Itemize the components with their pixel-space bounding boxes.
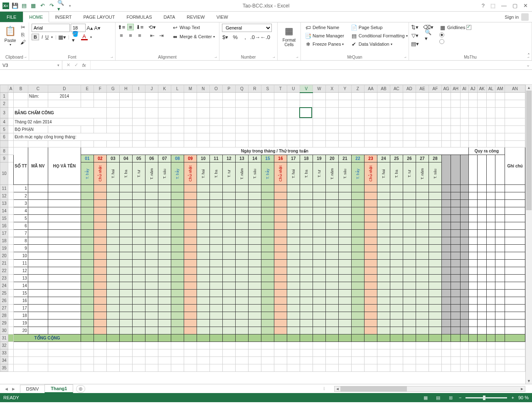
horizontal-scrollbar[interactable]: ◄ ► <box>334 386 525 392</box>
minimize-icon[interactable]: — <box>501 2 507 9</box>
col-header[interactable]: F <box>94 85 106 93</box>
help-icon[interactable]: ? <box>482 2 485 9</box>
radio-opt[interactable] <box>438 39 473 44</box>
indent-inc-icon[interactable]: ⇥ <box>158 32 165 39</box>
col-header[interactable]: Y <box>338 85 351 93</box>
worksheet-grid[interactable]: ABCDEFGHIJKLMNOPQRSTUVWXYZAAABACADAEAFAG… <box>0 85 532 384</box>
col-header[interactable]: D <box>48 85 81 93</box>
font-name-select[interactable] <box>32 24 70 32</box>
ribbon-opts-icon[interactable]: ⬚ <box>490 2 495 9</box>
col-header[interactable]: Q <box>235 85 248 93</box>
fill-color-icon[interactable]: 🪣▾ <box>72 34 79 40</box>
col-header[interactable]: AC <box>390 85 403 93</box>
col-header[interactable]: N <box>197 85 209 93</box>
add-sheet-button[interactable]: ⊕ <box>76 385 85 393</box>
expand-formula-icon[interactable]: ⌄ <box>524 61 532 69</box>
col-header[interactable]: U <box>287 85 300 93</box>
col-header[interactable]: AJ <box>468 85 477 93</box>
col-header[interactable]: AL <box>486 85 495 93</box>
collapse-ribbon-icon[interactable]: ˄ <box>527 53 530 59</box>
redo-icon[interactable]: ↷ <box>48 2 55 9</box>
scroll-thumb[interactable] <box>526 91 532 210</box>
sheet-tab[interactable]: DSNV <box>20 385 45 393</box>
align-center-icon[interactable]: ≡ <box>127 32 134 39</box>
page-setup-button[interactable]: 📄Page Setup <box>350 24 409 31</box>
cond-format-button[interactable]: ▤Conditional Formatting ▾ <box>350 32 409 39</box>
normal-view-icon[interactable]: ▦ <box>421 394 430 401</box>
col-header[interactable]: AB <box>377 85 390 93</box>
filter-icon[interactable]: ▽▾ <box>411 32 418 39</box>
col-header[interactable]: W <box>313 85 325 93</box>
col-header[interactable]: I <box>132 85 145 93</box>
col-header[interactable]: C <box>28 85 48 93</box>
comma-icon[interactable]: , <box>242 34 249 40</box>
close-icon[interactable]: ✕ <box>523 2 528 9</box>
scroll-down-icon[interactable]: ▼ <box>526 378 532 384</box>
col-header[interactable]: T <box>274 85 287 93</box>
fx-icon[interactable]: fx <box>82 63 86 68</box>
scroll-right-icon[interactable]: ► <box>519 386 525 391</box>
qat-btn[interactable]: ▦ <box>30 2 37 9</box>
col-header[interactable]: H <box>119 85 132 93</box>
freeze-panes-button[interactable]: ❄Freeze Panes ▾ <box>303 40 345 48</box>
gridlines-toggle[interactable]: ▦Gridlines <box>438 24 473 31</box>
col-header[interactable]: AG <box>441 85 451 93</box>
formula-input[interactable] <box>91 61 524 69</box>
increase-font-icon[interactable]: A▴ <box>86 25 93 31</box>
tab-review[interactable]: REVIEW <box>181 12 210 22</box>
col-header[interactable]: AE <box>416 85 429 93</box>
qat-more[interactable]: ▾ <box>66 2 73 9</box>
number-format-select[interactable]: General <box>222 24 272 32</box>
undo-icon[interactable]: ↶ <box>39 2 46 9</box>
paste-button[interactable]: 📋 Paste▾ <box>2 24 18 47</box>
zoom-out-icon[interactable]: − <box>459 395 461 400</box>
col-header[interactable]: AK <box>477 85 486 93</box>
italic-button[interactable]: I <box>42 34 43 39</box>
merge-center-button[interactable]: ⬌Merge & Center ▾ <box>170 33 216 40</box>
col-header[interactable]: Z <box>351 85 364 93</box>
underline-button[interactable]: U <box>45 34 49 39</box>
sheet-tab-active[interactable]: Thang1 <box>44 384 73 393</box>
tab-data[interactable]: DATA <box>158 12 181 22</box>
col-header[interactable]: B <box>14 85 28 93</box>
format-cells-button[interactable]: ▦Format Cells <box>280 24 298 47</box>
page-break-icon[interactable]: ⊞ <box>446 394 455 401</box>
align-right-icon[interactable]: ≡ <box>136 32 143 39</box>
col-header[interactable]: AA <box>364 85 377 93</box>
find-icon[interactable]: 🔍▾ <box>425 32 431 39</box>
tab-home[interactable]: HOME <box>23 12 49 22</box>
col-header[interactable]: G <box>106 85 119 93</box>
col-header[interactable]: L <box>171 85 184 93</box>
col-header[interactable]: O <box>209 85 222 93</box>
cancel-formula-icon[interactable]: ✕ <box>66 62 70 68</box>
format-painter-icon[interactable]: 🖌 <box>20 39 26 45</box>
bold-button[interactable]: B <box>32 34 39 40</box>
font-color-icon[interactable]: A <box>81 34 88 40</box>
col-header[interactable]: E <box>81 85 94 93</box>
wrap-text-button[interactable]: ↩Wrap Text <box>170 24 216 31</box>
name-manager-button[interactable]: 📑Name Manager <box>303 32 345 39</box>
col-header[interactable]: AD <box>403 85 416 93</box>
name-box[interactable]: V3 <box>0 61 62 69</box>
col-header[interactable]: AI <box>460 85 468 93</box>
tab-nav-next-icon[interactable]: ► <box>11 386 16 391</box>
col-header[interactable]: K <box>158 85 171 93</box>
define-name-button[interactable]: 🏷Define Name <box>303 24 345 31</box>
col-header[interactable]: X <box>325 85 338 93</box>
col-header[interactable]: AF <box>429 85 441 93</box>
select-all-corner[interactable] <box>0 85 8 93</box>
tab-nav-prev-icon[interactable]: ◄ <box>4 386 9 391</box>
col-header[interactable]: J <box>145 85 158 93</box>
zoom-level[interactable]: 90 % <box>518 395 529 400</box>
col-header[interactable]: A <box>8 85 13 93</box>
vertical-scrollbar[interactable]: ▲ ▼ <box>525 85 532 384</box>
col-header[interactable]: R <box>248 85 261 93</box>
gridlines-checkbox[interactable] <box>466 25 471 30</box>
col-header[interactable]: AM <box>495 85 505 93</box>
zoom-in-icon[interactable]: + <box>511 395 514 400</box>
enter-formula-icon[interactable]: ✓ <box>74 62 78 68</box>
tab-formulas[interactable]: FORMULAS <box>121 12 158 22</box>
col-header[interactable]: AN <box>505 85 525 93</box>
scroll-up-icon[interactable]: ▲ <box>526 85 532 91</box>
misc-icon[interactable]: ▤▾ <box>411 40 418 47</box>
